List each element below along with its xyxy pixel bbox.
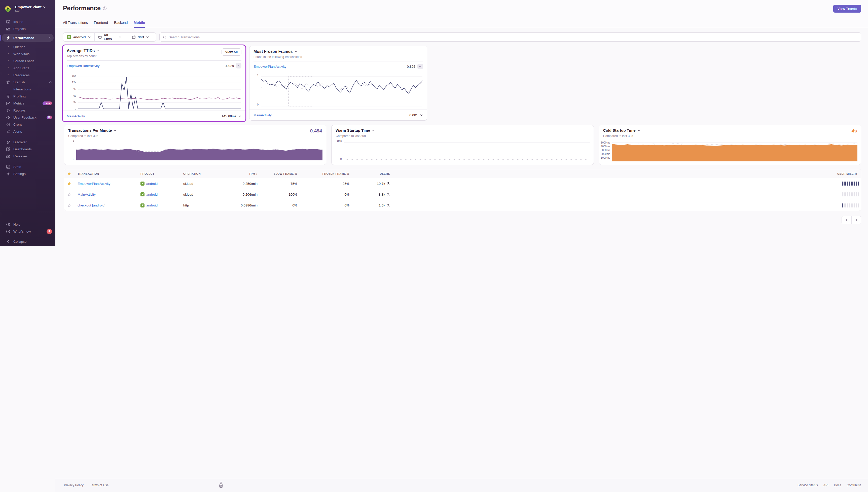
frozen-top-transaction-link[interactable]: EmpowerPlantActivity: [254, 65, 286, 69]
col-user-misery[interactable]: USER MISERY: [392, 172, 434, 175]
android-icon: [67, 35, 71, 39]
sidebar-item-stats[interactable]: Stats: [0, 163, 55, 170]
search-box[interactable]: [159, 32, 434, 42]
col-tpm[interactable]: TPM ↓: [225, 172, 259, 175]
sidebar-item-queries[interactable]: •Queries: [0, 43, 55, 50]
y-axis-label: 1ms: [333, 139, 341, 142]
ttid-top-transaction-link[interactable]: EmpowerPlantActivity: [67, 64, 100, 68]
sidebar-item-releases[interactable]: Releases: [0, 153, 55, 159]
calendar-icon: [132, 35, 136, 39]
y-axis-label: 15s: [66, 74, 76, 77]
sidebar-item-projects[interactable]: Projects: [0, 25, 55, 32]
tpm-chart: [76, 141, 323, 161]
sidebar-item-label: Alerts: [14, 130, 22, 133]
chevron-up-icon: [49, 80, 52, 83]
sidebar-item-performance[interactable]: Performance: [2, 34, 54, 42]
ttid-top-value: 4.92s: [226, 64, 234, 68]
collapse-row-button[interactable]: [236, 63, 241, 69]
tab-mobile[interactable]: Mobile: [134, 21, 145, 28]
sidebar-item-user-feedback[interactable]: User Feedback B: [0, 114, 55, 121]
col-frozen-frame[interactable]: FROZEN FRAME %: [299, 172, 352, 175]
star-toggle[interactable]: [67, 203, 71, 207]
project-link[interactable]: android: [146, 203, 158, 207]
ttid-highlight-border: Average TTIDs Top screens by count View …: [62, 45, 246, 122]
col-project[interactable]: PROJECT: [137, 172, 180, 175]
sidebar-item-issues[interactable]: Issues: [0, 18, 55, 25]
sidebar-item-profiling[interactable]: Profiling: [0, 93, 55, 100]
transaction-link[interactable]: MainActivity: [78, 193, 96, 196]
sidebar-item-replays[interactable]: Replays: [0, 107, 55, 114]
col-users[interactable]: USERS: [352, 172, 392, 175]
user-icon: [386, 182, 390, 185]
star-toggle[interactable]: [67, 181, 71, 186]
y-axis-label: 0: [65, 157, 74, 161]
tab-frontend[interactable]: Frontend: [94, 21, 108, 28]
tab-all-transactions[interactable]: All Transactions: [63, 21, 88, 28]
project-filter[interactable]: android: [63, 33, 95, 41]
transaction-link[interactable]: EmpowerPlantActivity: [78, 182, 110, 186]
slow-frame-cell: 75%: [259, 182, 299, 186]
ttid-panel-title[interactable]: Average TTIDs: [67, 49, 241, 53]
sidebar-item-discover[interactable]: Discover: [0, 139, 55, 146]
col-slow-frame[interactable]: SLOW FRAME %: [259, 172, 299, 175]
sidebar-item-interactions[interactable]: Interactions: [0, 85, 55, 93]
sidebar-collapse-button[interactable]: Collapse: [0, 237, 55, 244]
sidebar-item-resources[interactable]: •Resources: [0, 72, 55, 78]
sidebar-item-app-starts[interactable]: •App Starts: [0, 65, 55, 72]
frozen-panel-title[interactable]: Most Frozen Frames: [254, 49, 423, 54]
help-circle-icon[interactable]: [103, 6, 107, 10]
sidebar-item-starfish[interactable]: Starfish: [0, 78, 55, 85]
ttid-panel-subtitle: Top screens by count: [67, 54, 241, 58]
chevron-down-icon: [96, 49, 99, 52]
sidebar-item-settings[interactable]: Settings: [0, 170, 55, 177]
sidebar-item-label: Settings: [14, 172, 26, 176]
chevron-up-icon: [419, 65, 422, 68]
ttid-bottom-transaction-link[interactable]: MainActivity: [67, 114, 85, 118]
chevron-down-icon: [43, 5, 46, 8]
sidebar-item-label: Discover: [14, 140, 27, 144]
warm-startup-panel: Warm Startup Time Compared to last 30d 1…: [331, 125, 434, 165]
sidebar-item-help[interactable]: Help: [0, 221, 55, 228]
beta-badge: beta: [43, 101, 52, 105]
y-axis-label: 3s: [66, 101, 76, 104]
issues-icon: [6, 20, 10, 24]
sidebar-item-screen-loads[interactable]: •Screen Loads: [0, 57, 55, 65]
col-transaction[interactable]: TRANSACTION: [74, 172, 137, 175]
y-axis-label: 1: [251, 74, 258, 77]
sidebar-item-label: Replays: [14, 108, 26, 112]
col-operation[interactable]: OPERATION: [180, 172, 225, 175]
frozen-bottom-transaction-link[interactable]: MainActivity: [254, 113, 272, 117]
sidebar-item-dashboards[interactable]: Dashboards: [0, 146, 55, 153]
project-link[interactable]: android: [146, 193, 158, 196]
search-input[interactable]: [169, 35, 434, 39]
chevron-down-icon[interactable]: [420, 114, 423, 117]
sidebar-item-label: Releases: [14, 154, 27, 158]
chevron-down-icon[interactable]: [238, 115, 241, 118]
y-axis-label: 0: [333, 157, 341, 161]
project-link[interactable]: android: [146, 182, 158, 186]
chevron-left-icon: [6, 240, 10, 244]
star-toggle[interactable]: [67, 192, 71, 196]
transaction-link[interactable]: checkout [android]: [78, 203, 105, 207]
chevron-down-icon: [372, 129, 375, 132]
tab-backend[interactable]: Backend: [114, 21, 128, 28]
sidebar-item-label: Queries: [14, 45, 25, 49]
date-range-filter[interactable]: 30D: [125, 33, 156, 41]
environment-filter[interactable]: All Envs: [95, 33, 125, 41]
collapse-row-button[interactable]: [417, 64, 423, 69]
ttid-panel: Average TTIDs Top screens by count View …: [63, 45, 246, 121]
view-all-button[interactable]: View All: [222, 48, 241, 56]
sidebar-item-crons[interactable]: Crons: [0, 121, 55, 128]
sidebar-item-web-vitals[interactable]: •Web Vitals: [0, 50, 55, 57]
org-switcher[interactable]: Empower Plant Nar: [0, 0, 55, 16]
users-cell: 10.7k: [377, 182, 385, 186]
android-icon: [141, 203, 145, 207]
sidebar-item-alerts[interactable]: Alerts: [0, 128, 55, 135]
sidebar-item-label: Stats: [14, 165, 21, 169]
sidebar-item-whats-new[interactable]: What's new 5: [0, 228, 55, 235]
sidebar-item-metrics[interactable]: Metrics beta: [0, 100, 55, 107]
tpm-cell: 0.0386/min: [225, 203, 259, 207]
warm-panel-title[interactable]: Warm Startup Time: [336, 128, 375, 132]
tpm-panel-title[interactable]: Transactions Per Minute: [68, 128, 117, 132]
tpm-cell: 0.250/min: [225, 182, 259, 186]
